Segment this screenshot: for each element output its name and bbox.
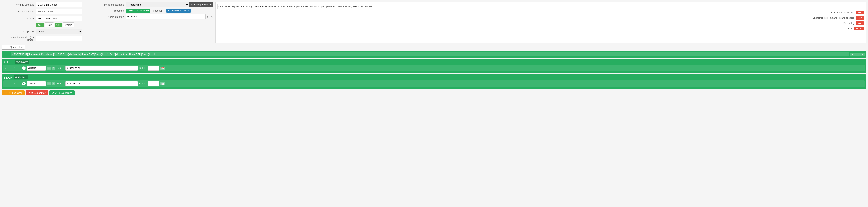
parent-row: Objet parent Aucun bbox=[2, 29, 101, 34]
enchainer-row: Enchainer les commandes sans attendre No… bbox=[217, 16, 864, 20]
edit-prog-icon[interactable]: ✎ bbox=[210, 15, 214, 19]
right-panel: Lié au virtuel "PapaEstLa" et au plugin … bbox=[215, 2, 866, 43]
delete-icon: ✖ bbox=[28, 91, 31, 94]
sinon-list-icon[interactable]: ☰ bbox=[47, 82, 51, 85]
timeout-row: Timeout secondes (0 = illimité) bbox=[2, 36, 101, 41]
sinon-nom-input[interactable] bbox=[65, 81, 138, 86]
alors-valeur-input[interactable] bbox=[148, 65, 159, 70]
parent-label: Objet parent bbox=[2, 30, 36, 33]
right-info-text: Lié au virtuel "PapaEstLa" et au plugin … bbox=[217, 4, 864, 9]
programmation-label: Programmation bbox=[103, 16, 126, 18]
alors-calendar-icon[interactable]: 📅 bbox=[160, 66, 165, 70]
si-label: SI bbox=[3, 53, 6, 56]
sinon-check-icon: ☑ bbox=[13, 82, 21, 85]
alors-nom-label: Nom bbox=[57, 67, 64, 69]
sinon-calendar-icon[interactable]: 📅 bbox=[160, 82, 165, 85]
alors-edit-icon[interactable]: ✎ bbox=[52, 66, 56, 70]
group-input[interactable] bbox=[36, 16, 82, 21]
buttons-row: Oui Actif Oui Visible bbox=[2, 23, 101, 27]
group-row: Groupe bbox=[2, 16, 101, 21]
display-name-input[interactable] bbox=[36, 9, 82, 14]
sinon-header: SINON ✚ Ajouter ▾ bbox=[3, 76, 865, 79]
add-bloc-button[interactable]: ✚ ✚ Ajouter bloc bbox=[2, 45, 25, 50]
alors-check-icon: ☑ bbox=[13, 67, 21, 69]
enchainer-label: Enchainer les commandes sans attendre bbox=[813, 17, 854, 19]
visible-button[interactable]: Visible bbox=[63, 23, 74, 27]
exec-button[interactable]: ⚡ ⚡ Exécuter bbox=[2, 90, 25, 95]
alors-list-icon[interactable]: ☰ bbox=[47, 66, 51, 70]
save-icon: ✔ bbox=[52, 91, 54, 94]
prochain-label: Prochain bbox=[153, 9, 163, 12]
si-undo-button[interactable]: ↺ bbox=[856, 53, 860, 56]
etat-toggle[interactable]: Arrêté bbox=[854, 27, 864, 30]
display-name-label: Nom à afficher bbox=[2, 10, 36, 13]
enchainer-toggle[interactable]: Non bbox=[856, 16, 864, 20]
actif-button[interactable]: Actif bbox=[44, 23, 54, 27]
alors-circle-icon: + bbox=[22, 66, 26, 70]
info-icon[interactable]: ℹ bbox=[207, 15, 209, 19]
center-panel: Mode du scénario Programmé ⚙ ✦ Programma… bbox=[103, 2, 214, 43]
si-block: SI ↺ ⤢ ↺ ✕ bbox=[2, 51, 866, 58]
si-condition-input[interactable] bbox=[11, 52, 849, 56]
alors-nom-input[interactable] bbox=[65, 65, 138, 70]
si-refresh-button[interactable]: ↺ bbox=[7, 53, 9, 56]
alors-header: ALORS ✚ Ajouter ▾ bbox=[3, 60, 865, 64]
save-button[interactable]: ✔ ✔ Sauvegarder bbox=[50, 90, 74, 95]
alors-type-input[interactable] bbox=[27, 65, 46, 70]
sinon-valeur-label: Valeur bbox=[139, 82, 147, 85]
etat-row: Etat Arrêté bbox=[217, 27, 864, 30]
programmation-button[interactable]: ⚙ ✦ Programmation bbox=[189, 2, 214, 7]
alors-block: ALORS ✚ Ajouter ▾ ↕ ☑ + ☰ ✎ Nom Valeur 📅 bbox=[2, 59, 866, 73]
etat-label: Etat bbox=[848, 27, 852, 30]
sinon-label: SINON bbox=[3, 76, 12, 79]
display-name-row: Nom à afficher bbox=[2, 9, 101, 14]
pas-log-label: Pas de log bbox=[843, 22, 854, 25]
left-panel: Nom du scénario Nom à afficher Groupe Ou… bbox=[2, 2, 101, 43]
sinon-add-button[interactable]: ✚ Ajouter ▾ bbox=[14, 76, 28, 79]
gear-icon: ⚙ bbox=[191, 3, 193, 6]
precedent-date: 2016-11-20 12:18:00 bbox=[126, 9, 150, 12]
dates-row: Précédent 2016-11-20 12:18:00 Prochain 2… bbox=[103, 9, 214, 12]
alors-row: ↕ ☑ + ☰ ✎ Nom Valeur 📅 bbox=[3, 65, 865, 71]
si-actions: ⤢ ↺ ✕ bbox=[850, 53, 865, 56]
parent-select[interactable]: Aucun bbox=[36, 29, 82, 34]
main-container: Nom du scénario Nom à afficher Groupe Ou… bbox=[0, 0, 868, 97]
pas-log-toggle[interactable]: Non bbox=[856, 21, 864, 25]
timeout-label: Timeout secondes (0 = illimité) bbox=[2, 36, 36, 41]
alors-add-button[interactable]: ✚ Ajouter ▾ bbox=[15, 60, 29, 64]
programmation-input[interactable] bbox=[126, 14, 206, 20]
exec-avant-plan-row: Exécuter en avant plan Non bbox=[217, 11, 864, 14]
sinon-drag-icon: ↕ bbox=[5, 82, 12, 85]
oui2-button[interactable]: Oui bbox=[55, 23, 62, 27]
alors-valeur-label: Valeur bbox=[139, 67, 147, 69]
scenario-name-label: Nom du scénario bbox=[2, 3, 36, 6]
status-buttons: Oui Actif Oui Visible bbox=[36, 23, 74, 27]
sinon-edit-icon[interactable]: ✎ bbox=[52, 82, 56, 85]
oui1-button[interactable]: Oui bbox=[36, 23, 44, 27]
prochain-date: 2016-11-20 12:20:00 bbox=[166, 9, 191, 12]
sinon-valeur-input[interactable] bbox=[148, 81, 159, 86]
mode-label: Mode du scénario bbox=[103, 3, 126, 6]
delete-button[interactable]: ✖ ✖ Supprimer bbox=[26, 90, 48, 95]
exec-icon: ⚡ bbox=[5, 91, 8, 94]
alors-drag-icon: ↕ bbox=[5, 67, 12, 69]
precedent-label: Précédent bbox=[103, 9, 126, 12]
si-expand-button[interactable]: ⤢ bbox=[850, 53, 855, 56]
sinon-block: SINON ✚ Ajouter ▾ ↕ ☑ + ☰ ✎ Nom Valeur 📅 bbox=[2, 74, 866, 89]
sinon-circle-icon: + bbox=[22, 82, 26, 85]
exec-avant-plan-toggle[interactable]: Non bbox=[856, 11, 864, 14]
timeout-input[interactable] bbox=[36, 36, 82, 41]
si-header: SI ↺ ⤢ ↺ ✕ bbox=[3, 52, 865, 56]
pas-log-row: Pas de log Non bbox=[217, 21, 864, 25]
scenario-name-row: Nom du scénario bbox=[2, 2, 101, 7]
scenario-name-input[interactable] bbox=[36, 2, 82, 7]
sinon-type-input[interactable] bbox=[27, 81, 46, 86]
sinon-row: ↕ ☑ + ☰ ✎ Nom Valeur 📅 bbox=[3, 81, 865, 87]
bloc-btn-container: ✚ ✚ Ajouter bloc bbox=[2, 45, 866, 50]
bottom-bar: ⚡ ⚡ Exécuter ✖ ✖ Supprimer ✔ ✔ Sauvegard… bbox=[2, 90, 866, 95]
mode-row: Mode du scénario Programmé ⚙ ✦ Programma… bbox=[103, 2, 214, 7]
plus-icon: ✚ bbox=[4, 46, 6, 49]
mode-select[interactable]: Programmé bbox=[126, 2, 189, 7]
si-close-button[interactable]: ✕ bbox=[860, 53, 865, 56]
top-section: Nom du scénario Nom à afficher Groupe Ou… bbox=[2, 2, 866, 43]
